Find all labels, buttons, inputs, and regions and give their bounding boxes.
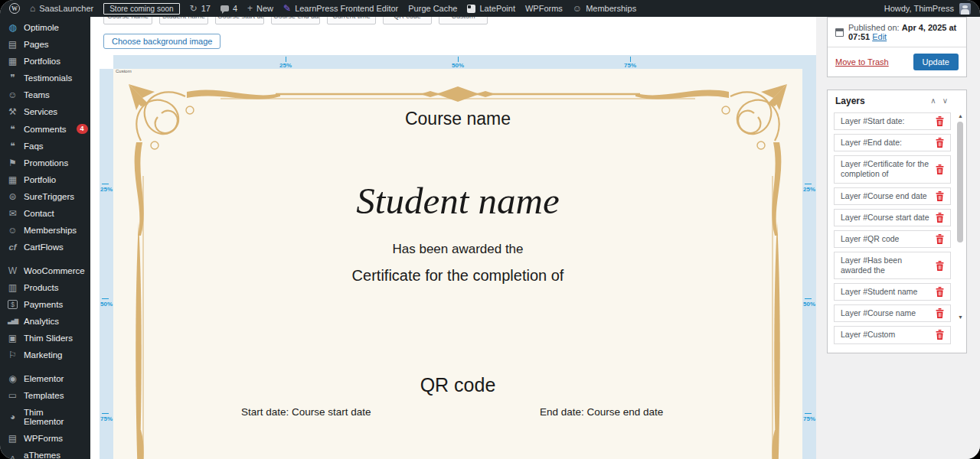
delete-layer-icon[interactable] [936, 116, 944, 126]
delete-layer-icon[interactable] [936, 138, 944, 148]
comment-bubble-icon [220, 5, 229, 11]
layer-custom[interactable]: Custom [116, 69, 132, 73]
sidebar-item[interactable]: ❝ Faqs [0, 138, 90, 155]
sidebar-item[interactable]: ▭ Templates [0, 387, 90, 404]
sidebar-item[interactable]: ▤ Pages [0, 36, 90, 53]
latepoint-link[interactable]: LatePoint [467, 4, 514, 13]
layer-row[interactable]: Layer #Has been awarded the [834, 252, 951, 279]
layer-row[interactable]: Layer #Course start date [834, 209, 951, 226]
move-down-icon[interactable]: ∨ [942, 97, 948, 105]
sidebar-item[interactable]: ❝ Comments 4 [0, 120, 90, 138]
learnpress-frontend-editor-link[interactable]: ✎ LearnPress Frontend Editor [283, 3, 398, 14]
comments-link[interactable]: 4 [220, 4, 237, 13]
layer-row[interactable]: Layer #Start date: [834, 112, 951, 130]
layers-scrollbar[interactable]: ▲ ▼ [956, 113, 965, 320]
ruler-label-25: 25% [803, 186, 815, 193]
sidebar-item[interactable]: ▦ Portfolios [0, 53, 90, 70]
layer-course-name[interactable]: Course name [113, 109, 802, 129]
sidebar-item[interactable]: ▣ Thim Sliders [0, 330, 90, 347]
layer-student-name[interactable]: Student name [113, 179, 802, 223]
delete-layer-icon[interactable] [936, 234, 944, 244]
sidebar-item[interactable]: A aThemes Addons [0, 447, 90, 459]
sidebar-item[interactable]: ❞ Testimonials [0, 70, 90, 86]
edit-date-link[interactable]: Edit [872, 32, 887, 41]
sidebar-item[interactable]: ◕ Thim Elementor [0, 404, 90, 430]
memberships-link[interactable]: ☺ Memberships [573, 4, 636, 13]
site-name-link[interactable]: ⌂ SaasLauncher [30, 4, 93, 13]
sidebar-item[interactable]: ⚐ Marketing [0, 347, 90, 363]
sidebar-item-label: Memberships [24, 226, 77, 235]
coming-soon-badge[interactable]: Store coming soon [103, 3, 179, 15]
sidebar-item-label: Services [24, 107, 57, 116]
new-content-menu[interactable]: + New [247, 4, 273, 13]
layer-qr-code[interactable]: QR code [113, 374, 802, 396]
ruler-label-50: 50% [452, 62, 464, 69]
sidebar-item[interactable]: W WooCommerce [0, 262, 90, 279]
choose-background-button[interactable]: Choose background image [103, 34, 220, 49]
latepoint-label: LatePoint [479, 4, 514, 13]
sidebar-item[interactable]: ☺ Memberships [0, 222, 90, 239]
layer-row[interactable]: Layer #Course name [834, 304, 951, 322]
move-to-trash-link[interactable]: Move to Trash [835, 57, 889, 67]
sidebar-item-icon: ⚒ [8, 107, 18, 116]
updates-link[interactable]: ↻ 17 [190, 4, 211, 13]
published-text: Published on: Apr 4, 2025 at 07:51 Edit [848, 23, 959, 41]
delete-layer-icon[interactable] [936, 191, 944, 201]
delete-layer-icon[interactable] [936, 287, 944, 297]
layer-end-date[interactable]: End date: Course end date [540, 406, 663, 418]
delete-layer-icon[interactable] [936, 164, 944, 174]
sidebar-item-label: Testimonials [24, 73, 72, 83]
ruler-tick [102, 413, 109, 414]
layers-panel-title: Layers [835, 96, 924, 106]
user-avatar[interactable] [959, 3, 971, 15]
certificate-canvas[interactable]: Custom Course name Student name Has been… [113, 69, 802, 459]
layer-completion-text[interactable]: Certificate for the completion of [113, 267, 802, 285]
sidebar-item[interactable]: ◍ Optimole [0, 19, 90, 36]
sidebar-item-label: Promotions [24, 158, 68, 168]
layer-row[interactable]: Layer #Certificate for the completion of [834, 155, 951, 183]
delete-layer-icon[interactable] [936, 308, 944, 318]
sidebar-item-icon: $ [8, 300, 18, 309]
layer-row[interactable]: Layer #QR code [834, 230, 951, 248]
purge-cache-link[interactable]: Purge Cache [408, 4, 457, 13]
move-up-icon[interactable]: ∧ [930, 97, 936, 105]
wp-logo-menu[interactable]: W [9, 3, 20, 14]
sidebar-item[interactable]: ◉ Elementor [0, 370, 90, 387]
sidebar-menu: ◍ Optimole ▤ Pages ▦ Portfolios [0, 19, 90, 459]
sidebar-item-icon: ☺ [8, 226, 18, 235]
sidebar-item-label: aThemes Addons [24, 451, 86, 459]
members-group-icon: ☺ [573, 4, 582, 13]
sidebar-item[interactable]: ⚒ Services [0, 103, 90, 120]
sidebar-item[interactable]: ☺ Teams [0, 86, 90, 103]
layer-start-date[interactable]: Start date: Course start date [241, 406, 371, 418]
sidebar-item[interactable]: ✉ Contact [0, 205, 90, 222]
delete-layer-icon[interactable] [936, 213, 944, 223]
sidebar-item[interactable]: ▥ Products [0, 279, 90, 296]
layer-row[interactable]: Layer #Custom [834, 326, 951, 343]
delete-layer-icon[interactable] [936, 261, 944, 271]
sidebar-item[interactable]: ▃▅▇ Analytics [0, 313, 90, 330]
scroll-down-arrow-icon[interactable]: ▼ [956, 314, 965, 320]
layer-row[interactable]: Layer #End date: [834, 134, 951, 151]
sidebar-item[interactable]: ⊜ SureTriggers [0, 188, 90, 205]
sidebar-item[interactable]: cf CartFlows [0, 239, 90, 256]
sidebar-item-label: Faqs [24, 142, 44, 151]
scrollbar-thumb[interactable] [957, 122, 963, 243]
sidebar-item[interactable]: ▤ WPForms [0, 430, 90, 447]
memberships-label: Memberships [586, 4, 636, 13]
scroll-up-arrow-icon[interactable]: ▲ [956, 113, 965, 119]
sidebar-item-icon: ▭ [8, 391, 18, 400]
sidebar-item-label: Optimole [24, 23, 59, 32]
layer-row[interactable]: Layer #Student name [834, 283, 951, 301]
published-label: Published on: [848, 23, 900, 32]
layer-awarded-text[interactable]: Has been awarded the [113, 242, 802, 257]
update-button[interactable]: Update [913, 54, 959, 70]
sidebar-item[interactable]: $ Payments [0, 296, 90, 313]
wpforms-link[interactable]: WPForms [525, 4, 563, 13]
howdy-account-menu[interactable]: Howdy, ThimPress [884, 4, 954, 13]
sidebar-item[interactable]: ⚑ Promotions [0, 155, 90, 171]
sidebar-item[interactable]: ▦ Portfolio [0, 171, 90, 188]
new-label: New [256, 4, 273, 13]
delete-layer-icon[interactable] [936, 330, 944, 340]
layer-row[interactable]: Layer #Course end date [834, 187, 951, 205]
